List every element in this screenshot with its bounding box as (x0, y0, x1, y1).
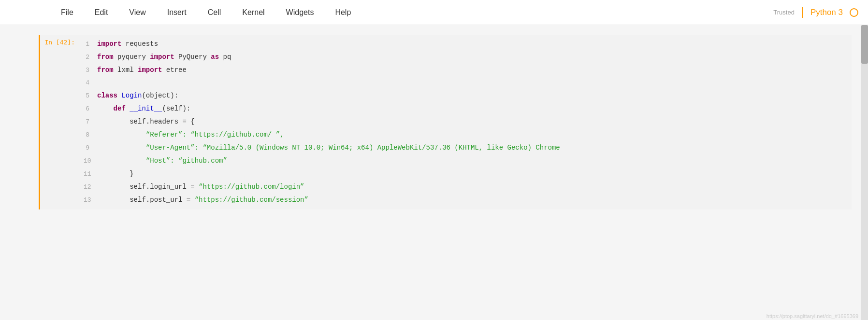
line-number: 13 (84, 194, 97, 207)
line-content: def __init__(self): (97, 102, 847, 115)
token-str-val: “Referer”: “https://github.com/ ”, (146, 131, 284, 139)
token-punc: = (182, 196, 194, 204)
code-cell[interactable]: In [42]: 1import requests2from pyquery i… (39, 35, 852, 209)
line-content: import requests (97, 38, 847, 50)
token-punc: = { (178, 118, 195, 125)
watermark: https://ptop.sagittaryi.net/dq_#1695369 (767, 313, 858, 319)
token-punc: = (187, 183, 199, 191)
token-punc: . (146, 183, 150, 191)
token-punc: . (146, 118, 150, 125)
token-punc (97, 183, 130, 191)
code-line: 6 def __init__(self): (84, 102, 847, 115)
token-punc: ( (162, 105, 166, 112)
line-number: 1 (84, 38, 97, 51)
kernel-label: Python 3 (810, 8, 843, 17)
main-content: In [42]: 1import requests2from pyquery i… (0, 25, 868, 320)
token-name-mod: PyQuery (174, 53, 211, 61)
line-number: 2 (84, 51, 97, 64)
token-punc: ): (182, 105, 190, 112)
line-number: 10 (84, 155, 97, 167)
line-content: from lxml import etree (97, 64, 847, 76)
token-str-val: “User-Agent”: “Mozilla/5.0 (Windows NT 1… (146, 144, 560, 152)
code-line: 7 self.headers = { (84, 115, 847, 128)
menu-file[interactable]: File (58, 6, 76, 19)
menu-kernel[interactable]: Kernel (239, 6, 267, 19)
notebook-area: In [42]: 1import requests2from pyquery i… (0, 25, 861, 320)
token-kw-import: from (97, 66, 114, 74)
line-number: 4 (84, 77, 97, 89)
token-self-kw: self (130, 196, 146, 204)
menu-widgets[interactable]: Widgets (283, 6, 317, 19)
token-name-func: __init__ (126, 105, 162, 112)
code-line: 8 “Referer”: “https://github.com/ ”, (84, 128, 847, 141)
token-kw-import: import (97, 40, 121, 48)
code-line: 1import requests (84, 38, 847, 51)
line-number: 3 (84, 64, 97, 77)
line-content: “User-Agent”: “Mozilla/5.0 (Windows NT 1… (97, 141, 847, 154)
menu-help[interactable]: Help (332, 6, 354, 19)
token-kw-def: def (114, 105, 126, 112)
code-line: 4 (84, 77, 847, 89)
token-punc (97, 196, 130, 204)
code-line: 13 self.post_url = “https://github.com/s… (84, 194, 847, 207)
token-name-mod: object (146, 92, 170, 99)
line-content: self.headers = { (97, 115, 847, 128)
line-content: } (97, 167, 847, 180)
line-number: 6 (84, 103, 97, 115)
token-name-mod: etree (162, 66, 186, 74)
token-attr: login_url (150, 183, 187, 191)
menu-edit[interactable]: Edit (92, 6, 111, 19)
code-line: 5class Login(object): (84, 89, 847, 102)
line-number: 7 (84, 116, 97, 128)
code-line: 9 “User-Agent”: “Mozilla/5.0 (Windows NT… (84, 141, 847, 154)
token-str-val: “https://github.com/session” (195, 196, 308, 204)
trusted-label: Trusted (773, 9, 795, 16)
token-kw-class: class (97, 92, 117, 99)
line-number: 8 (84, 129, 97, 141)
menubar-right: Trusted Python 3 (773, 7, 868, 18)
token-self-kw: self (130, 183, 146, 191)
token-punc: } (97, 170, 134, 178)
menu-items: File Edit View Insert Cell Kernel Widget… (0, 6, 773, 19)
line-content: “Host”: “github.com” (97, 154, 847, 167)
code-line: 2from pyquery import PyQuery as pq (84, 51, 847, 64)
cell-input[interactable]: 1import requests2from pyquery import PyQ… (79, 35, 852, 209)
token-punc (97, 144, 146, 152)
code-line: 11 } (84, 167, 847, 181)
line-number: 5 (84, 90, 97, 102)
token-punc: . (146, 196, 150, 204)
scrollbar-thumb[interactable] (861, 25, 868, 64)
menu-insert[interactable]: Insert (164, 6, 189, 19)
line-number: 9 (84, 142, 97, 154)
line-number: 12 (84, 181, 97, 194)
token-kw-as: as (211, 53, 219, 61)
token-punc (97, 118, 130, 125)
token-punc (97, 131, 146, 139)
code-line: 10 “Host”: “github.com” (84, 154, 847, 167)
line-content: “Referer”: “https://github.com/ ”, (97, 128, 847, 141)
token-name-mod: lxml (114, 66, 138, 74)
kernel-status-circle (850, 8, 858, 17)
token-name-mod: requests (121, 40, 158, 48)
token-alias: pq (219, 53, 231, 61)
token-kw-import: import (150, 53, 174, 61)
token-self-kw: self (130, 118, 146, 125)
cell-prompt: In [42]: (40, 35, 79, 209)
token-kw-import: from (97, 53, 114, 61)
line-content: self.post_url = “https://github.com/sess… (97, 194, 847, 206)
kernel-divider (802, 7, 803, 18)
token-punc: ): (170, 92, 178, 99)
token-punc (97, 157, 146, 165)
code-line: 12 self.login_url = “https://github.com/… (84, 181, 847, 194)
token-punc (97, 105, 114, 112)
line-content: self.login_url = “https://github.com/log… (97, 181, 847, 193)
line-number: 11 (84, 168, 97, 181)
menu-cell[interactable]: Cell (205, 6, 224, 19)
token-str-val: “https://github.com/login” (199, 183, 304, 191)
token-str-val: “Host”: “github.com” (146, 157, 227, 165)
scrollbar[interactable] (861, 25, 868, 320)
token-attr: post_url (150, 196, 182, 204)
token-name-mod: pyquery (114, 53, 150, 61)
line-content: from pyquery import PyQuery as pq (97, 51, 847, 63)
menu-view[interactable]: View (126, 6, 148, 19)
